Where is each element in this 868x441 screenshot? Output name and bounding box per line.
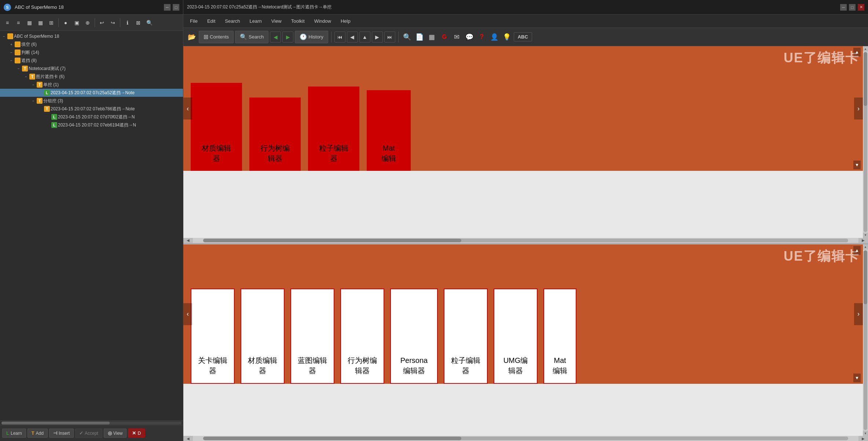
layout-btn[interactable]: ▦ <box>426 32 437 43</box>
expand-notetocard[interactable]: − <box>16 66 21 71</box>
top-card-scroll-down[interactable]: ▼ <box>853 161 861 169</box>
menu-edit[interactable]: Edit <box>203 17 220 25</box>
zoom-btn[interactable]: 🔍 <box>402 32 413 43</box>
text-btn[interactable]: 📄 <box>414 32 425 43</box>
nav-next-btn[interactable]: ▶ <box>372 32 383 43</box>
expand-mask[interactable]: − <box>9 58 14 63</box>
nav-forward-btn[interactable]: ▶ <box>282 32 293 43</box>
hscroll-left-btn[interactable]: ◀ <box>183 238 193 243</box>
nav-first-btn[interactable]: ⏮ <box>334 32 345 43</box>
expand-single[interactable]: − <box>31 82 36 87</box>
bulb-btn[interactable]: 💡 <box>501 32 512 43</box>
menu-learn[interactable]: Learn <box>245 17 266 25</box>
history-button[interactable]: 🕐 History <box>295 31 328 43</box>
nav-back-btn[interactable]: ◀ <box>270 32 281 43</box>
minimize-button[interactable]: ─ <box>164 4 171 11</box>
toolbar-list-btn[interactable]: ≡ <box>13 18 23 28</box>
bottom-card-scroll-right[interactable]: › <box>854 303 863 325</box>
g-btn[interactable]: G <box>439 32 450 43</box>
tree-item-root[interactable]: − ABC of SuperMemo 18 <box>0 32 183 40</box>
menu-view[interactable]: View <box>267 17 286 25</box>
abc-button[interactable]: ABC <box>514 32 532 41</box>
expand-fillblank[interactable]: + <box>9 42 14 47</box>
top-card-scroll-right[interactable]: › <box>854 98 863 120</box>
tree-item-judge[interactable]: − 判断 (14) <box>0 48 183 56</box>
toolbar-circle-btn[interactable]: ● <box>61 18 71 28</box>
tree-item-single[interactable]: − T 单挖 (1) <box>0 81 183 89</box>
hscroll-right-btn-b[interactable]: ▶ <box>858 436 868 441</box>
tree-item-notetocard[interactable]: − T Notetocard测试 (7) <box>0 65 183 73</box>
toolbar-grid-btn[interactable]: ▦ <box>24 18 34 28</box>
expand-judge[interactable]: − <box>9 50 14 55</box>
view-button[interactable]: ◎ View <box>104 429 127 438</box>
toolbar-box-btn[interactable]: ▣ <box>72 18 82 28</box>
tree-h-scrollbar[interactable] <box>0 420 183 425</box>
hscroll-left-btn-b[interactable]: ◀ <box>183 436 193 441</box>
tree-area[interactable]: − ABC of SuperMemo 18 + 填空 (6) − 判断 (14)… <box>0 31 183 420</box>
expand-item12[interactable] <box>45 122 51 128</box>
tree-item-item12[interactable]: L 2023-04-15 20:07:02 07eb6194遮挡→N <box>0 121 183 129</box>
toolbar-plus-btn[interactable]: ⊕ <box>83 18 93 28</box>
hscroll-right-btn[interactable]: ▶ <box>858 238 868 243</box>
nav-last-btn[interactable]: ⏭ <box>384 32 395 43</box>
mail-btn[interactable]: ✉ <box>451 32 462 43</box>
menu-help[interactable]: Help <box>336 17 355 25</box>
top-card-scroll-up[interactable]: ▲ <box>853 48 861 56</box>
vscroll-top-btn-b[interactable]: ▲ <box>863 245 868 250</box>
toolbar-menu-btn[interactable]: ≡ <box>2 18 12 28</box>
accept-button[interactable]: ✓ Accept <box>75 429 102 438</box>
bottom-card-scroll-down[interactable]: ▼ <box>853 374 861 382</box>
add-button[interactable]: T Add <box>28 429 48 438</box>
toolbar-search-btn[interactable]: 🔍 <box>144 18 154 28</box>
vscroll-top-btn[interactable]: ▲ <box>863 46 868 51</box>
sms-btn[interactable]: 💬 <box>464 32 475 43</box>
learn-button[interactable]: L Learn <box>2 429 26 438</box>
nav-prev-btn[interactable]: ◀ <box>347 32 358 43</box>
contents-button[interactable]: ⊞ Contents <box>199 31 234 43</box>
expand-item10[interactable] <box>38 106 43 111</box>
search-button[interactable]: 🔍 Search <box>235 31 268 43</box>
vscroll-bottom-btn-b[interactable]: ▼ <box>863 431 868 436</box>
tree-item-fillblank[interactable]: + 填空 (6) <box>0 40 183 48</box>
toolbar-redo-btn[interactable]: ↪ <box>108 18 118 28</box>
folder-open-icon-btn[interactable]: 📂 <box>186 32 197 43</box>
right-minimize-btn[interactable]: ─ <box>840 4 847 11</box>
toolbar-tree-btn[interactable]: ⊞ <box>46 18 56 28</box>
tree-item-imgmask[interactable]: − T 图片遮挡卡 (6) <box>0 73 183 81</box>
tree-item-item11[interactable]: L 2023-04-15 20:07:02 07d70f02遮挡→N <box>0 113 183 121</box>
menu-toolkit[interactable]: Toolkit <box>287 17 309 25</box>
right-maximize-btn[interactable]: □ <box>849 4 856 11</box>
nav-up-btn[interactable]: ▲ <box>359 32 370 43</box>
toolbar-info-btn[interactable]: ℹ <box>122 18 132 28</box>
menu-search[interactable]: Search <box>220 17 244 25</box>
insert-button[interactable]: ⊣ Insert <box>49 429 74 438</box>
right-close-btn[interactable]: ✕ <box>858 4 864 11</box>
menu-window[interactable]: Window <box>310 17 336 25</box>
user-btn[interactable]: 👤 <box>489 32 500 43</box>
delete-button[interactable]: ✕ D <box>128 429 145 438</box>
expand-selected[interactable] <box>38 90 43 95</box>
bottom-card-scroll-left[interactable]: ‹ <box>183 303 192 325</box>
top-card-hscrollbar[interactable]: ◀ ▶ <box>183 238 868 243</box>
maximize-button[interactable]: □ <box>173 4 179 11</box>
bottom-card-scroll-up[interactable]: ▲ <box>853 246 861 255</box>
toolbar-undo-btn[interactable]: ↩ <box>97 18 107 28</box>
expand-item11[interactable] <box>45 114 51 120</box>
insert-icon: ⊣ <box>53 430 57 436</box>
tree-item-group[interactable]: − T 分组挖 (3) <box>0 97 183 105</box>
question-btn[interactable]: ? <box>476 32 487 43</box>
toolbar-table-btn[interactable]: ▦ <box>35 18 45 28</box>
tree-item-mask[interactable]: − 遮挡 (8) <box>0 56 183 65</box>
expand-imgmask[interactable]: − <box>23 74 29 79</box>
toolbar-x-btn[interactable]: ⊠ <box>133 18 143 28</box>
top-card-vscrollbar[interactable]: ▲ ▼ <box>863 46 868 238</box>
tree-item-item10[interactable]: T 2023-04-15 20:07:02 07ebb786遮挡→Note <box>0 105 183 113</box>
tree-item-selected[interactable]: L 2023-04-15 20:07:02 07c25a52遮挡→Note <box>0 89 183 97</box>
menu-file[interactable]: File <box>186 17 202 25</box>
vscroll-bottom-btn[interactable]: ▼ <box>863 233 868 238</box>
expand-group[interactable]: − <box>31 98 36 103</box>
top-card-scroll-left[interactable]: ‹ <box>183 98 192 120</box>
bottom-card-hscrollbar[interactable]: ◀ ▶ <box>183 436 868 441</box>
expand-root[interactable]: − <box>1 34 7 39</box>
bottom-card-vscrollbar[interactable]: ▲ ▼ <box>863 245 868 436</box>
